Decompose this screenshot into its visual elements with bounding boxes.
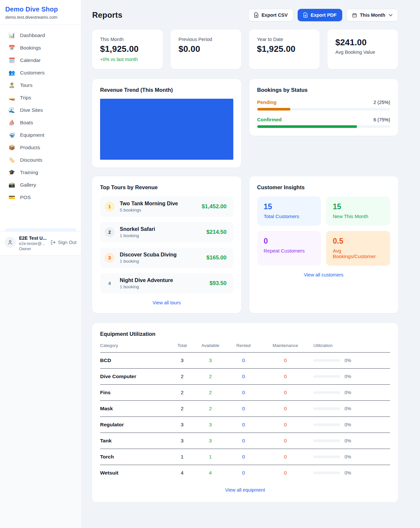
equipment-icon: 🤿	[9, 132, 15, 138]
stat-cards-row: This Month$1,925.00+0% vs last monthPrev…	[92, 30, 398, 69]
equipment-rented: 0	[225, 406, 262, 412]
sidebar-item-gallery[interactable]: 📸 Gallery	[4, 179, 77, 191]
utilization-percent: 0%	[345, 358, 351, 363]
equipment-maintenance: 0	[262, 438, 309, 444]
equipment-maintenance: 0	[262, 470, 309, 476]
status-row-pending: Pending 2 (25%)	[257, 99, 390, 111]
bookings-icon: 📅	[9, 45, 15, 51]
equipment-utilization-cell: 0%	[309, 374, 390, 379]
sidebar-item-trips[interactable]: 🚤 Trips	[4, 91, 77, 104]
stat-card-2: Year to Date$1,925.00	[249, 30, 320, 69]
status-label: Pending	[257, 99, 277, 105]
stat-label: Year to Date	[257, 37, 312, 42]
col-available: Available	[195, 343, 225, 348]
equipment-rented: 0	[225, 422, 262, 428]
sidebar-item-bookings[interactable]: 📅 Bookings	[4, 42, 77, 54]
insights-row: Top Tours by Revenue 1 Two Tank Morning …	[92, 176, 398, 313]
sidebar-item-discounts[interactable]: 🏷️ Discounts	[4, 154, 77, 166]
equipment-utilization-title: Equipment Utilization	[100, 331, 390, 337]
trips-icon: 🚤	[9, 95, 15, 100]
sign-out-button[interactable]: Sign Out	[51, 240, 76, 245]
sidebar-header: Demo Dive Shop demo.test.divestreams.com	[0, 0, 81, 25]
discounts-icon: 🏷️	[9, 157, 15, 163]
sidebar-item-pos[interactable]: 💳 POS	[4, 191, 77, 204]
equipment-maintenance: 0	[262, 422, 309, 428]
sidebar-item-calendar[interactable]: 🗓️ Calendar	[4, 54, 77, 67]
equipment-available: 4	[195, 470, 225, 476]
status-row-confirmed: Confirmed 6 (75%)	[257, 117, 390, 128]
utilization-percent: 0%	[345, 390, 351, 395]
header-actions: Export CSV Export PDF This Month	[248, 9, 398, 21]
equipment-available: 2	[195, 406, 225, 412]
equipment-category: Mask	[100, 406, 169, 412]
stat-card-3: $241.00Avg Booking Value	[327, 30, 398, 69]
view-all-customers-link[interactable]: View all customers	[257, 272, 390, 277]
stat-card-0: This Month$1,925.00+0% vs last month	[92, 30, 163, 69]
tour-rank-badge: 4	[105, 278, 115, 288]
insight-label: Avg Bookings/Customer	[333, 248, 384, 259]
equipment-total: 2	[169, 390, 195, 396]
sidebar-item-dive-sites[interactable]: 🌊 Dive Sites	[4, 104, 77, 116]
equipment-category: Wetsuit	[100, 470, 169, 476]
equipment-total: 2	[169, 374, 195, 379]
charts-row: Revenue Trend (This Month) Bookings by S…	[92, 79, 398, 168]
insight-tiles: 15 Total Customers 15 New This Month 0 R…	[257, 196, 390, 266]
equipment-maintenance: 0	[262, 357, 309, 363]
insight-label: Total Customers	[264, 213, 315, 219]
sidebar-item-training[interactable]: 🎓 Training	[4, 166, 77, 179]
revenue-trend-card: Revenue Trend (This Month)	[92, 79, 241, 168]
user-icon	[7, 239, 13, 245]
tour-amount: $1,452.00	[202, 203, 227, 210]
stat-delta: +0% vs last month	[100, 57, 155, 62]
equipment-rented: 0	[225, 470, 262, 476]
sidebar-item-label: Boats	[20, 120, 33, 126]
equipment-category: Tank	[100, 438, 169, 444]
utilization-percent: 0%	[345, 422, 351, 427]
tour-info: Discover Scuba Diving 1 booking	[120, 252, 177, 264]
equipment-utilization-cell: 0%	[309, 470, 390, 476]
utilization-bar-track	[313, 456, 340, 458]
utilization-bar-track	[313, 439, 340, 442]
export-csv-button[interactable]: Export CSV	[248, 9, 293, 21]
sidebar-nav: 📊 Dashboard 📅 Bookings 🗓️ Calendar 👥 Cus…	[0, 25, 81, 228]
tour-row: 1 Two Tank Morning Dive 5 bookings $1,45…	[100, 196, 233, 217]
user-role: Owner	[19, 247, 47, 251]
stat-label: Previous Period	[178, 37, 233, 42]
insight-tile: 0 Repeat Customers	[257, 231, 321, 266]
tour-bookings: 5 bookings	[120, 208, 178, 213]
tour-rank-badge: 1	[105, 202, 115, 212]
tour-rank-badge: 2	[105, 227, 115, 237]
tour-name: Two Tank Morning Dive	[120, 201, 178, 207]
col-rented: Rented	[225, 343, 262, 348]
insight-value: 15	[264, 202, 315, 211]
sidebar-item-equipment[interactable]: 🤿 Equipment	[4, 129, 77, 141]
equipment-total: 3	[169, 422, 195, 428]
equipment-row: Fins 2 2 0 0 0%	[100, 385, 390, 401]
sidebar-item-boats[interactable]: ⛵ Boats	[4, 116, 77, 129]
view-all-tours-link[interactable]: View all tours	[100, 300, 233, 305]
sidebar-item-customers[interactable]: 👥 Customers	[4, 67, 77, 79]
sidebar-item-label: Dashboard	[20, 32, 45, 38]
sidebar-item-reports-partial[interactable]	[5, 228, 76, 231]
period-selector[interactable]: This Month	[346, 9, 398, 21]
equipment-rented: 0	[225, 390, 262, 396]
sidebar-item-products[interactable]: 📦 Products	[4, 141, 77, 154]
equipment-rented: 0	[225, 438, 262, 444]
tour-amount: $165.00	[206, 254, 226, 261]
sidebar-item-label: Products	[20, 145, 40, 151]
insight-value: 0	[264, 237, 315, 246]
stat-value: $1,925.00	[257, 44, 312, 54]
status-progress-fill	[257, 108, 290, 111]
equipment-total: 3	[169, 357, 195, 363]
insight-value: 0.5	[333, 237, 384, 246]
export-pdf-button[interactable]: Export PDF	[298, 9, 342, 21]
user-info: E2E Test U... e2e-tester@... Owner	[19, 235, 47, 251]
user-email: e2e-tester@...	[19, 241, 47, 246]
view-all-equipment-link[interactable]: View all equipment	[100, 487, 390, 493]
utilization-percent: 0%	[345, 406, 351, 411]
col-maintenance: Maintenance	[262, 343, 309, 348]
dashboard-icon: 📊	[9, 33, 15, 38]
sidebar-item-dashboard[interactable]: 📊 Dashboard	[4, 29, 77, 42]
status-value: 6 (75%)	[373, 117, 390, 122]
sidebar-item-tours[interactable]: 🏝️ Tours	[4, 79, 77, 91]
